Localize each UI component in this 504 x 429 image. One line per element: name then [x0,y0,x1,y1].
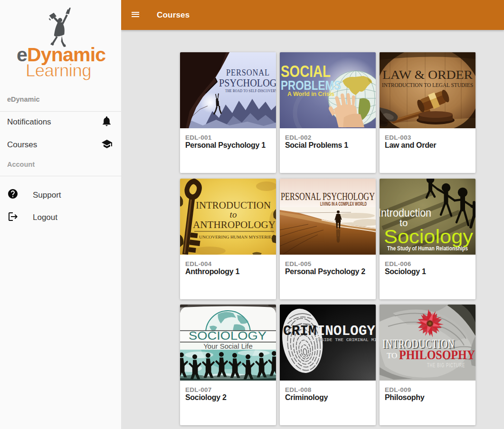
svg-text:The Study of Human Relationshi: The Study of Human Relationships [387,245,468,252]
svg-text:INTRODUCTION TO LEGAL STUDIES: INTRODUCTION TO LEGAL STUDIES [382,81,473,88]
svg-text:Your Social Life: Your Social Life [203,342,253,350]
svg-text:THE BIG PICTURE: THE BIG PICTURE [427,362,465,369]
svg-text:PERSONAL PSYCHOLOGY: PERSONAL PSYCHOLOGY [281,190,375,202]
svg-text:INSIDE THE CRIMINAL MIND: INSIDE THE CRIMINAL MIND [315,337,376,343]
svg-text:PSYCHOLOGY: PSYCHOLOGY [219,76,276,89]
svg-text:PHILOSOPHY: PHILOSOPHY [399,347,475,362]
svg-text:SOCIOLOGY: SOCIOLOGY [189,330,266,342]
svg-text:UNCOVERING HUMAN MYSTERIES: UNCOVERING HUMAN MYSTERIES [199,235,274,239]
svg-text:TO: TO [387,351,397,360]
svg-text:A World in Crisis: A World in Crisis [287,90,334,97]
svg-text:to: to [230,210,237,219]
svg-text:LAW & ORDER: LAW & ORDER [382,68,473,82]
svg-text:ANTHROPOLOGY: ANTHROPOLOGY [193,219,276,230]
svg-text:THE ROAD TO SELF-DISCOVERY: THE ROAD TO SELF-DISCOVERY [225,89,276,93]
svg-text:CRIMINOLOGY: CRIMINOLOGY [283,323,375,339]
svg-text:PERSONAL: PERSONAL [226,68,270,77]
svg-text:LIVING IN A COMPLEX WORLD: LIVING IN A COMPLEX WORLD [320,201,367,207]
svg-text:Sociology: Sociology [384,226,473,247]
